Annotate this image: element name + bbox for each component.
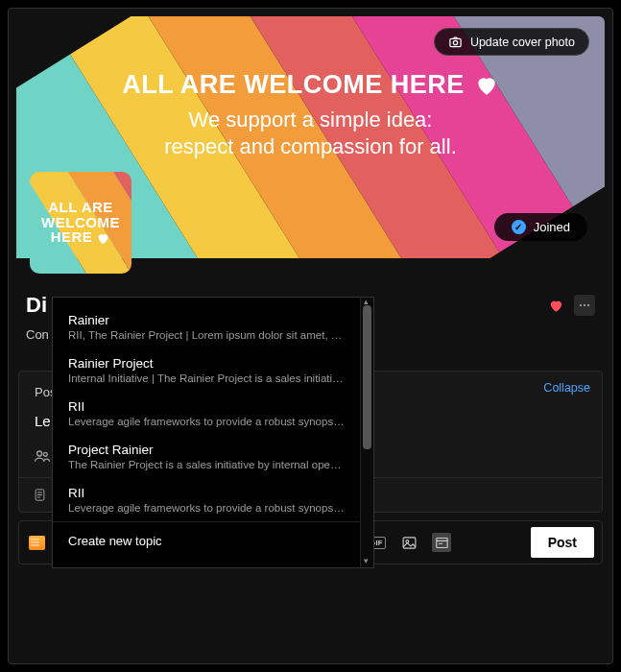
suggestion-title: Rainier [68,313,345,327]
topic-suggestion-item[interactable]: Project RainierThe Rainier Project is a … [53,435,360,478]
more-options-button[interactable]: ⋯ [574,295,595,316]
image-icon [401,535,418,551]
cover-sub2: respect and compassion for all. [16,134,605,159]
suggestion-subtitle: RII, The Rainier Project | Lorem ipsum d… [68,329,345,341]
suggestion-subtitle: Leverage agile frameworks to provide a r… [68,416,345,427]
post-button[interactable]: Post [531,527,594,558]
cover-heading: ALL ARE WELCOME HERE [16,70,605,100]
chevron-down-icon[interactable]: ▾ [364,556,369,565]
people-icon [33,446,52,466]
suggestion-title: RII [68,399,345,414]
image-button[interactable] [399,533,418,552]
update-cover-label: Update cover photo [470,36,575,49]
dropdown-scrollbar[interactable]: ▴ ▾ [360,298,373,567]
suggestion-subtitle: Internal Initiative | The Rainier Projec… [68,372,345,384]
collapse-link[interactable]: Collapse [543,381,590,395]
joined-label: Joined [534,220,570,234]
suggestion-title: Rainier Project [68,356,345,371]
svg-point-3 [43,452,47,456]
create-new-topic-item[interactable]: Create new topic [53,521,360,560]
svg-rect-0 [450,38,461,46]
update-cover-button[interactable]: Update cover photo [434,28,589,56]
card-icon [434,535,450,551]
check-circle-icon: ✓ [512,220,526,234]
suggestion-title: RII [68,486,345,500]
suggestion-subtitle: The Rainier Project is a sales initiativ… [68,459,345,470]
heart-icon [96,231,110,246]
group-title: Di [26,293,47,318]
svg-rect-10 [436,538,446,547]
group-avatar[interactable]: ALL ARE WELCOME HERE [30,172,131,274]
topic-suggestion-item[interactable]: Rainier ProjectInternal Initiative | The… [53,348,360,392]
camera-icon [448,35,463,49]
svg-point-1 [453,40,457,44]
heart-icon [474,73,499,98]
topic-suggestion-item[interactable]: RIILeverage agile frameworks to provide … [53,392,360,435]
topic-icon [33,488,47,502]
svg-point-2 [37,451,42,456]
topic-suggestion-item[interactable]: RainierRII, The Rainier Project | Lorem … [53,305,360,348]
cover-sub1: We support a simple idea: [16,108,605,132]
svg-rect-8 [403,537,416,547]
favorite-heart-icon[interactable] [548,298,564,314]
topic-suggestion-item[interactable]: RIILeverage agile frameworks to provide … [53,478,360,521]
suggestion-title: Project Rainier [68,443,345,457]
post-type-button[interactable] [27,533,46,552]
scrollbar-thumb[interactable] [363,305,371,449]
suggestion-subtitle: Leverage agile frameworks to provide a r… [68,502,345,514]
topic-suggestions-dropdown: RainierRII, The Rainier Project | Lorem … [52,297,374,568]
joined-pill[interactable]: ✓ Joined [494,213,587,241]
card-button[interactable] [432,533,451,552]
